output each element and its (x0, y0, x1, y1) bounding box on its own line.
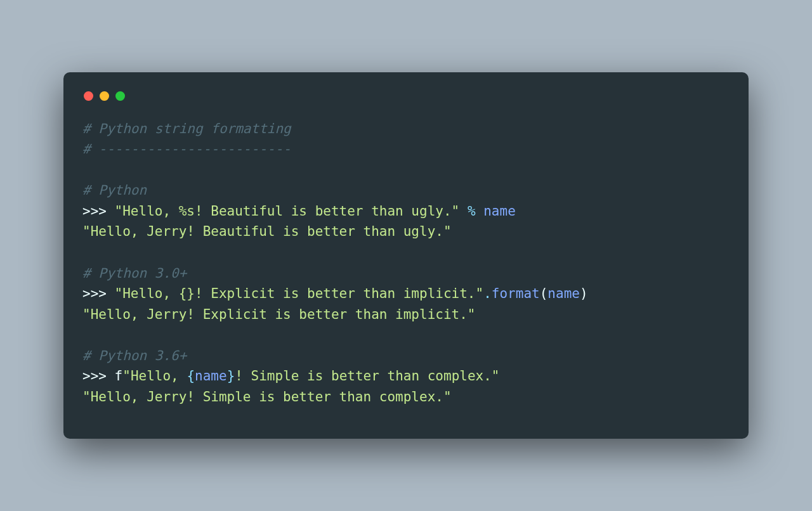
code-token: ! Simple is better than complex." (235, 368, 499, 384)
code-token: # Python 3.0+ (82, 266, 187, 281)
code-token: name (195, 368, 227, 384)
code-token (476, 204, 484, 219)
close-icon[interactable] (84, 91, 93, 101)
zoom-icon[interactable] (115, 91, 125, 101)
code-token: # Python (82, 183, 147, 198)
code-token: "Hello, (122, 368, 187, 384)
code-token: . (483, 286, 492, 301)
code-token: ( (540, 286, 548, 301)
code-window: # Python string formatting # -----------… (63, 72, 749, 439)
code-token: # Python 3.6+ (82, 348, 187, 363)
code-token: } (227, 368, 235, 384)
code-block: # Python string formatting # -----------… (82, 119, 730, 408)
window-titlebar (82, 87, 730, 119)
code-token: { (187, 368, 195, 384)
code-token: >>> (82, 368, 115, 384)
code-token: % (468, 204, 476, 219)
code-token: name (483, 204, 516, 219)
minimize-icon[interactable] (100, 91, 109, 101)
code-token: "Hello, %s! Beautiful is better than ugl… (115, 204, 460, 219)
code-token: f (115, 368, 123, 384)
code-token: "Hello, Jerry! Simple is better than com… (82, 389, 452, 404)
code-token: "Hello, Jerry! Beautiful is better than … (82, 224, 452, 239)
code-token: "Hello, {}! Explicit is better than impl… (115, 286, 484, 301)
code-token: # Python string formatting (82, 121, 291, 136)
code-token (459, 204, 468, 219)
code-token: "Hello, Jerry! Explicit is better than i… (82, 307, 476, 322)
code-token: >>> (82, 204, 115, 219)
code-token: >>> (82, 286, 115, 301)
code-token: name (547, 286, 580, 301)
code-token: # ------------------------ (82, 141, 291, 157)
code-token: format (492, 286, 540, 301)
code-token: ) (580, 286, 588, 301)
